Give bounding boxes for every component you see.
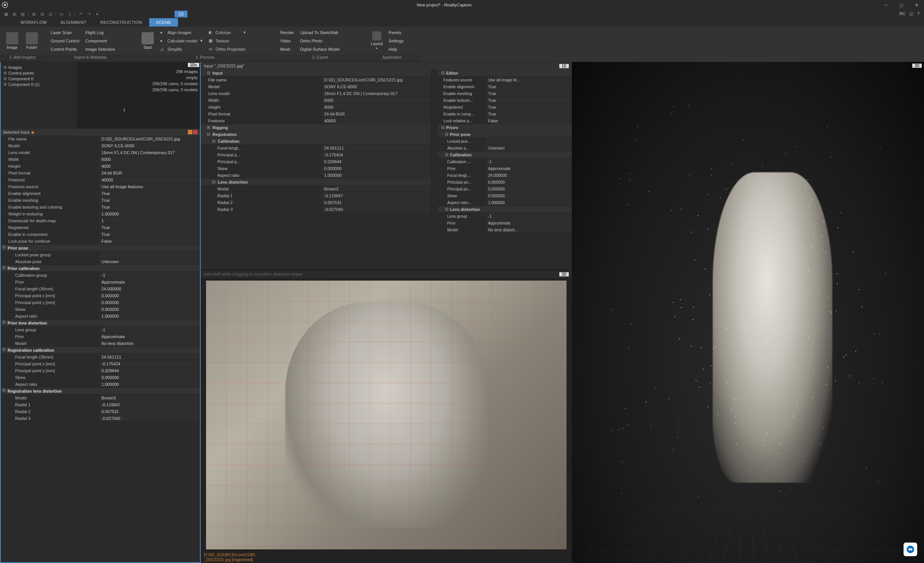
- tree-control-points[interactable]: ⊞Control points: [1, 70, 77, 76]
- image-2d-viewport[interactable]: [206, 281, 567, 549]
- layout-btn-7[interactable]: ▭: [58, 11, 65, 17]
- prop-row[interactable]: Radial 1-0.119847: [1, 401, 200, 408]
- prop-row[interactable]: Lens group-1: [438, 213, 572, 220]
- align-images-button[interactable]: ▸Align Images: [158, 28, 206, 37]
- prop-row[interactable]: Height4000: [201, 104, 431, 111]
- prop-row[interactable]: Enable meshingTrue: [1, 197, 200, 204]
- prop-row[interactable]: Aspect ratio...1.000000: [438, 199, 572, 206]
- layout-btn-8[interactable]: ▯: [66, 11, 73, 17]
- view-1d-button[interactable]: 1D: [175, 11, 187, 17]
- prop-row[interactable]: Radial 1-0.119847: [201, 192, 431, 199]
- prop-row[interactable]: Lock pose for continueFalse: [1, 238, 200, 245]
- prop-row[interactable]: Enable in componentTrue: [1, 231, 200, 238]
- close-button[interactable]: ✕: [909, 0, 924, 10]
- prop-section[interactable]: ⊟Priors: [438, 124, 572, 131]
- prop-row[interactable]: Height4000: [1, 163, 200, 170]
- prop-section[interactable]: ⊟Prior calibration: [1, 265, 200, 272]
- prop-row[interactable]: Calibration group-1: [1, 272, 200, 279]
- layout-btn-4[interactable]: ⊞: [30, 11, 37, 17]
- tree-component-0[interactable]: ⊞Component 0: [1, 76, 77, 81]
- prop-row[interactable]: Enable in comp...True: [438, 111, 572, 117]
- tag-1d[interactable]: 1D: [559, 64, 569, 68]
- prop-row[interactable]: ModelNo lens distortion: [1, 340, 200, 347]
- dsm-button[interactable]: Digital Surface Model: [297, 45, 343, 53]
- tab-scene[interactable]: SCENE: [149, 18, 178, 27]
- prop-row[interactable]: Principal p...-0.175424: [201, 151, 431, 158]
- prop-row[interactable]: Focal lengt...24.000000: [438, 172, 572, 179]
- undo-button[interactable]: ↶: [77, 11, 84, 17]
- prop-row[interactable]: PriorApproximate: [438, 220, 572, 226]
- prop-row[interactable]: Radial 20.097531: [1, 408, 200, 415]
- prop-row[interactable]: Features40000: [1, 176, 200, 183]
- render-button[interactable]: Render: [277, 28, 297, 37]
- prop-row[interactable]: Width6000: [201, 97, 431, 104]
- prop-row[interactable]: Lens model16mm F1.4 DC DN | Contemporary…: [201, 90, 431, 97]
- tab-alignment[interactable]: ALIGNMENT: [54, 18, 94, 27]
- layout-btn-1[interactable]: ▦: [2, 11, 10, 17]
- prop-section[interactable]: ⊟Editor: [438, 70, 572, 76]
- layout-button[interactable]: Layout▾: [368, 28, 386, 54]
- mesh-button[interactable]: Mesh: [277, 45, 297, 53]
- tab-reconstruction[interactable]: RECONSTRUCTION: [94, 18, 149, 27]
- prop-row[interactable]: Enable texturing and coloringTrue: [1, 204, 200, 211]
- prop-row[interactable]: Principal po...0.000000: [438, 179, 572, 186]
- prop-section[interactable]: ⊟Lens distortion: [201, 179, 431, 186]
- prop-row[interactable]: Enable alignmentTrue: [1, 190, 200, 197]
- prop-row[interactable]: Aspect ratio1.000000: [201, 172, 431, 179]
- prop-section[interactable]: ⊟Registration lens distortion: [1, 388, 200, 395]
- prop-section[interactable]: ⊟Prior pose: [1, 245, 200, 251]
- help-button[interactable]: Help: [386, 45, 407, 53]
- prop-row[interactable]: Radial 3-0.027040: [1, 415, 200, 422]
- prop-row[interactable]: Features sourceUse all image fe...: [438, 76, 572, 83]
- ortho-photo-button[interactable]: Ortho Photo: [297, 37, 343, 45]
- tag-3d[interactable]: 3D: [912, 64, 922, 68]
- prop-section[interactable]: ⊟Calibration: [201, 138, 431, 145]
- minimize-button[interactable]: ─: [879, 0, 894, 10]
- prop-row[interactable]: PriorApproximate: [1, 333, 200, 340]
- prop-row[interactable]: Aspect ratio1.000000: [1, 381, 200, 388]
- prop-row[interactable]: Principal p...0.028844: [201, 158, 431, 165]
- info-icon[interactable]: ⓘ: [909, 11, 913, 17]
- pin-icon[interactable]: ◆: [31, 130, 34, 135]
- prop-row[interactable]: PriorApproximate: [1, 279, 200, 285]
- prop-row[interactable]: Focal lengt...24.561111: [201, 145, 431, 151]
- settings-button[interactable]: Settings: [386, 37, 407, 45]
- prop-row[interactable]: Weight in texturing1.000000: [1, 211, 200, 217]
- tag-2d[interactable]: 2D: [559, 272, 569, 276]
- prop-section[interactable]: ⊟Registration: [201, 131, 431, 138]
- prop-row[interactable]: Features sourceUse all image features: [1, 183, 200, 190]
- folder-button[interactable]: Folder: [22, 28, 42, 54]
- tab-workflow[interactable]: WORKFLOW: [14, 18, 54, 27]
- layout-btn-3[interactable]: ▤: [19, 11, 27, 17]
- prop-row[interactable]: Lens model16mm F1.4 DC DN | Contemporary…: [1, 149, 200, 156]
- prop-section[interactable]: ⊟Lens distortion: [438, 206, 572, 213]
- component-button[interactable]: Component: [82, 37, 118, 45]
- prop-row[interactable]: Principal point x [mm]-0.175424: [1, 360, 200, 367]
- prop-row[interactable]: Enable meshingTrue: [438, 90, 572, 97]
- prop-row[interactable]: Focal length (35mm)24.000000: [1, 285, 200, 292]
- prop-row[interactable]: Locked pose group: [1, 251, 200, 258]
- prop-section[interactable]: ⊟Prior pose: [438, 131, 572, 138]
- prop-row[interactable]: Skew0.000000: [438, 192, 572, 199]
- prop-section[interactable]: ⊟Registration calibration: [1, 347, 200, 354]
- prop-row[interactable]: Radial 3-0.027040: [201, 206, 431, 213]
- help-icon[interactable]: ?: [917, 11, 919, 17]
- prop-section[interactable]: ⊟Calibration: [438, 151, 572, 158]
- prop-row[interactable]: Lens group-1: [1, 326, 200, 333]
- image-selection-button[interactable]: Image Selection: [82, 45, 118, 53]
- ortho-projection-button[interactable]: ▭Ortho Projection: [206, 45, 249, 53]
- tree-images[interactable]: ⊞Images: [1, 64, 77, 70]
- prop-row[interactable]: Enable alignmentTrue: [438, 83, 572, 90]
- prop-row[interactable]: RegisteredTrue: [1, 224, 200, 231]
- prop-row[interactable]: Width6000: [1, 156, 200, 163]
- prop-row[interactable]: Principal point y [mm]0.000000: [1, 299, 200, 306]
- prop-section[interactable]: ⊞Rigging: [201, 124, 431, 131]
- prop-row[interactable]: Locked pos...: [438, 138, 572, 145]
- layout-btn-2[interactable]: ▥: [11, 11, 18, 17]
- redo-button[interactable]: ↷: [85, 11, 93, 17]
- maximize-button[interactable]: ▢: [894, 0, 909, 10]
- panels-button[interactable]: Panels: [386, 28, 407, 37]
- prop-row[interactable]: ModelSONY ILCE-6000: [201, 83, 431, 90]
- viewport-3d[interactable]: 3D: [572, 62, 924, 563]
- layout-btn-5[interactable]: ⊟: [38, 11, 46, 17]
